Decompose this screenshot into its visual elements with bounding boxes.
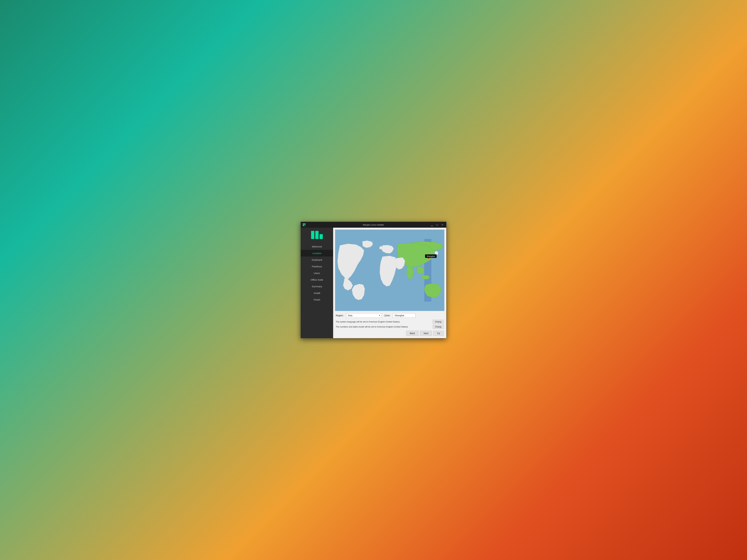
minimize-button[interactable]: ▁	[430, 223, 434, 226]
manjaro-logo	[310, 229, 324, 241]
svg-rect-1	[304, 223, 305, 224]
timezone-map[interactable]: Shanghai	[335, 230, 444, 311]
main-content: Welcome Location Keyboard Partitions Use…	[301, 228, 446, 338]
language-info-text: The system language will be set to Ameri…	[336, 321, 433, 323]
sidebar-item-keyboard[interactable]: Keyboard	[301, 257, 333, 263]
titlebar: Manjaro Linux Installer ▁ ▢ ✕	[301, 222, 446, 228]
sidebar-item-location[interactable]: Location	[301, 250, 333, 257]
svg-rect-4	[315, 231, 318, 239]
next-button[interactable]: Next	[420, 331, 432, 336]
locale-info-text: The numbers and dates locale will be set…	[336, 325, 433, 328]
bottom-panel: Region: Asia Africa America Antarctica A…	[333, 311, 446, 338]
world-map-svg: Shanghai	[335, 230, 444, 311]
sidebar-item-install[interactable]: Install	[301, 290, 333, 296]
sidebar-item-users[interactable]: Users	[301, 270, 333, 276]
svg-rect-0	[303, 223, 304, 224]
sidebar-item-office-suite[interactable]: Office Suite	[301, 276, 333, 283]
window-controls: ▁ ▢ ✕	[430, 223, 444, 226]
zone-label: Zone:	[384, 314, 390, 317]
installer-window: Manjaro Linux Installer ▁ ▢ ✕ Welcome	[301, 222, 446, 338]
change-locale-button[interactable]: Chang	[433, 325, 444, 329]
main-panel: Shanghai Region: Asia Africa America Ant…	[333, 228, 446, 338]
language-info-row: The system language will be set to Ameri…	[336, 320, 444, 324]
sidebar-item-partitions[interactable]: Partitions	[301, 263, 333, 270]
svg-rect-3	[311, 231, 314, 239]
sidebar-item-finish[interactable]: Finish	[301, 296, 333, 303]
maximize-button[interactable]: ▢	[435, 223, 439, 226]
svg-text:Shanghai: Shanghai	[427, 255, 435, 258]
app-icon	[303, 223, 306, 226]
window-title: Manjaro Linux Installer	[363, 223, 384, 226]
region-select[interactable]: Asia Africa America Antarctica Arctic At…	[346, 313, 382, 318]
sidebar-item-welcome[interactable]: Welcome	[301, 243, 333, 250]
sidebar-item-summary[interactable]: Summary	[301, 283, 333, 290]
nav-button-row: Back Next Ca	[336, 331, 444, 336]
close-button[interactable]: ✕	[440, 223, 444, 226]
zone-value: Shanghai	[393, 313, 415, 318]
cancel-button[interactable]: Ca	[433, 331, 444, 336]
locale-info-row: The numbers and dates locale will be set…	[336, 325, 444, 329]
sidebar: Welcome Location Keyboard Partitions Use…	[301, 228, 333, 338]
change-language-button[interactable]: Chang	[433, 320, 444, 324]
region-zone-row: Region: Asia Africa America Antarctica A…	[336, 313, 444, 318]
region-label: Region:	[336, 314, 343, 317]
svg-rect-5	[319, 234, 323, 239]
back-button[interactable]: Back	[406, 331, 418, 336]
svg-rect-2	[303, 225, 304, 226]
region-select-wrapper: Asia Africa America Antarctica Arctic At…	[346, 313, 382, 318]
